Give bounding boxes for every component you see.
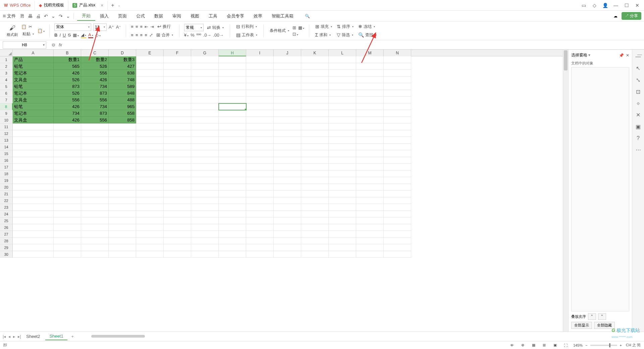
cell-N8[interactable] [384, 103, 411, 110]
cell-F28[interactable] [164, 238, 191, 244]
cell-C2[interactable]: 526 [81, 63, 109, 70]
cell-M24[interactable] [356, 211, 384, 217]
cell-D10[interactable]: 858 [109, 117, 136, 123]
cell-L4[interactable] [329, 77, 356, 83]
cell-F18[interactable] [164, 170, 191, 177]
cell-C4[interactable]: 426 [81, 77, 109, 83]
clear-format-button[interactable]: ◇▾ [95, 33, 101, 38]
format-icon[interactable]: ⊡▾ [292, 32, 298, 37]
format-painter[interactable]: 🖌格式刷 [5, 24, 19, 37]
cell-L23[interactable] [329, 204, 356, 211]
percent-icon[interactable]: % [191, 33, 195, 38]
cell-L11[interactable] [329, 123, 356, 130]
cell-L25[interactable] [329, 217, 356, 224]
cell-H30[interactable] [219, 251, 246, 258]
cell-B1[interactable]: 数量1 [54, 56, 81, 63]
horizontal-scrollbar[interactable] [91, 335, 628, 338]
cell-A6[interactable]: 笔记本 [13, 90, 54, 97]
italic-button[interactable]: I [59, 33, 61, 38]
cell-B11[interactable] [54, 123, 81, 130]
cell-H4[interactable] [219, 77, 246, 83]
strike-button[interactable]: S [68, 33, 71, 38]
cell-H15[interactable] [219, 150, 246, 157]
cell-E27[interactable] [136, 231, 164, 238]
cell-A10[interactable]: 文具盒 [13, 117, 54, 123]
cell-K22[interactable] [301, 197, 329, 204]
paste-button[interactable]: 粘贴▾ [21, 31, 35, 38]
cell-L12[interactable] [329, 130, 356, 137]
cell-B18[interactable] [54, 170, 81, 177]
cell-D20[interactable] [109, 184, 136, 191]
cell-H18[interactable] [219, 170, 246, 177]
cell-A21[interactable] [13, 191, 54, 197]
cell-K29[interactable] [301, 244, 329, 251]
cell-I4[interactable] [246, 77, 274, 83]
cell-G23[interactable] [191, 204, 219, 211]
add-sheet-button[interactable]: + [69, 334, 76, 339]
cell-C1[interactable]: 数量2 [81, 56, 109, 63]
cell-I6[interactable] [246, 90, 274, 97]
cell-H14[interactable] [219, 144, 246, 150]
cell-B23[interactable] [54, 204, 81, 211]
cell-I10[interactable] [246, 117, 274, 123]
cell-I23[interactable] [246, 204, 274, 211]
hamburger-icon[interactable]: ≡ [3, 13, 6, 19]
view-full[interactable]: ⛶ [562, 343, 569, 347]
rail-icon-2[interactable]: ⊡ [636, 89, 640, 95]
cell-F6[interactable] [164, 90, 191, 97]
cell-H9[interactable] [219, 110, 246, 117]
col-header-L[interactable]: L [329, 50, 356, 56]
cell-H6[interactable] [219, 90, 246, 97]
cell-F8[interactable] [164, 103, 191, 110]
cloud-icon[interactable]: ☁ [613, 14, 618, 18]
row-header-3[interactable]: 3 [0, 70, 13, 77]
row-header-26[interactable]: 26 [0, 224, 13, 231]
cell-H29[interactable] [219, 244, 246, 251]
close-panel-icon[interactable]: ✕ [626, 53, 629, 58]
cell-H24[interactable] [219, 211, 246, 217]
cell-D24[interactable] [109, 211, 136, 217]
number-format-combo[interactable]: 常规▾ [184, 24, 204, 31]
cell-E20[interactable] [136, 184, 164, 191]
rail-icon-4[interactable]: ✕ [636, 112, 640, 118]
row-header-21[interactable]: 21 [0, 191, 13, 197]
cell-C30[interactable] [81, 251, 109, 258]
cell-M29[interactable] [356, 244, 384, 251]
cell-I17[interactable] [246, 164, 274, 170]
cell-J8[interactable] [274, 103, 301, 110]
cell-M14[interactable] [356, 144, 384, 150]
undo-icon[interactable]: ↶ [44, 13, 48, 19]
zoom-slider[interactable] [590, 345, 617, 346]
wrap-button[interactable]: ↩换行 [156, 23, 172, 30]
cell-B30[interactable] [54, 251, 81, 258]
cell-H22[interactable] [219, 197, 246, 204]
cell-G14[interactable] [191, 144, 219, 150]
sheet-tab-0[interactable]: Sheet2 [22, 333, 44, 340]
cell-N4[interactable] [384, 77, 411, 83]
cell-F25[interactable] [164, 217, 191, 224]
cell-L10[interactable] [329, 117, 356, 123]
col-header-J[interactable]: J [274, 50, 301, 56]
tab-smart[interactable]: 智能工具箱 [267, 12, 298, 20]
cell-J25[interactable] [274, 217, 301, 224]
cell-A9[interactable]: 笔记本 [13, 110, 54, 117]
maximize-button[interactable]: ☐ [623, 3, 631, 8]
cell-G15[interactable] [191, 150, 219, 157]
cell-F13[interactable] [164, 137, 191, 144]
row-header-12[interactable]: 12 [0, 130, 13, 137]
cell-C27[interactable] [81, 231, 109, 238]
cell-M27[interactable] [356, 231, 384, 238]
cell-E18[interactable] [136, 170, 164, 177]
redo-dropdown[interactable]: ⌄ [66, 13, 70, 19]
cell-D7[interactable]: 488 [109, 97, 136, 103]
cell-C24[interactable] [81, 211, 109, 217]
cell-K18[interactable] [301, 170, 329, 177]
cell-D4[interactable]: 748 [109, 77, 136, 83]
cell-M2[interactable] [356, 63, 384, 70]
cell-L28[interactable] [329, 238, 356, 244]
cell-D30[interactable] [109, 251, 136, 258]
merge-button[interactable]: ⊞合并▾ [155, 32, 174, 39]
cell-A18[interactable] [13, 170, 54, 177]
cell-M25[interactable] [356, 217, 384, 224]
cell-J2[interactable] [274, 63, 301, 70]
